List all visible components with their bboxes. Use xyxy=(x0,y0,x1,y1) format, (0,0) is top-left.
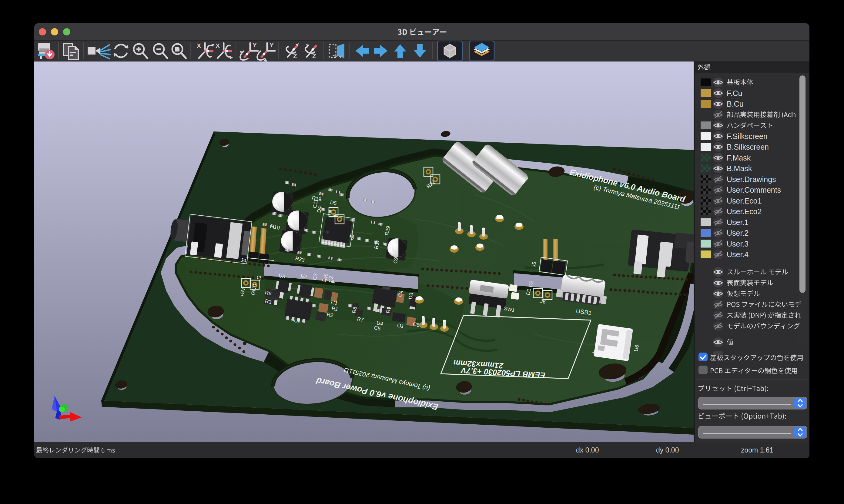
svg-text:User.4: User.4 xyxy=(727,250,748,259)
svg-text:F.Mask: F.Mask xyxy=(727,154,751,162)
svg-text:User.Drawings: User.Drawings xyxy=(727,175,776,183)
svg-text:D4: D4 xyxy=(316,206,323,213)
svg-text:Z: Z xyxy=(312,52,316,59)
svg-text:C4: C4 xyxy=(397,290,404,298)
svg-text:C9: C9 xyxy=(392,256,399,264)
svg-text:B.Cu: B.Cu xyxy=(727,100,744,108)
svg-text:Z: Z xyxy=(293,52,297,59)
svg-text:U6: U6 xyxy=(633,344,640,352)
svg-text:X: X xyxy=(216,42,220,49)
svg-text:User.Eco2: User.Eco2 xyxy=(727,207,761,216)
svg-text:F.Silkscreen: F.Silkscreen xyxy=(727,132,768,141)
svg-text:C3: C3 xyxy=(312,273,318,281)
svg-text:Y: Y xyxy=(270,41,274,49)
svg-text:J5: J5 xyxy=(531,262,537,268)
svg-text:J3: J3 xyxy=(256,275,262,282)
svg-text:R9: R9 xyxy=(385,306,392,314)
svg-text:B.Silkscreen: B.Silkscreen xyxy=(727,143,769,151)
svg-text:D3: D3 xyxy=(408,292,414,300)
svg-text:B.Mask: B.Mask xyxy=(727,164,752,173)
svg-text:User.1: User.1 xyxy=(727,218,748,227)
svg-text:D2: D2 xyxy=(528,280,534,288)
svg-text:C2: C2 xyxy=(327,275,334,283)
svg-text:User.Eco1: User.Eco1 xyxy=(727,197,761,205)
svg-text:User.3: User.3 xyxy=(727,239,748,248)
svg-text:User.Comments: User.Comments xyxy=(727,186,781,194)
svg-text:F.Cu: F.Cu xyxy=(727,89,742,97)
svg-text:User.2: User.2 xyxy=(727,229,748,237)
svg-text:U7: U7 xyxy=(349,233,355,240)
svg-text:R8: R8 xyxy=(351,306,358,314)
svg-text:Y: Y xyxy=(253,41,257,49)
svg-text:X: X xyxy=(197,42,201,49)
svg-text:D1: D1 xyxy=(525,288,532,295)
